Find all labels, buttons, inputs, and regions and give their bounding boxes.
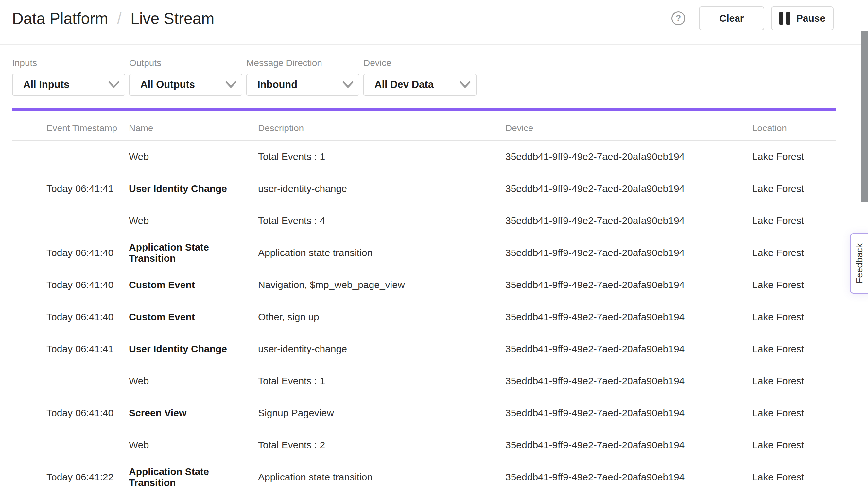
event-location-cell: Lake Forest bbox=[752, 375, 836, 387]
header-actions: ? Clear Pause bbox=[672, 6, 834, 30]
table-header-timestamp: Event Timestamp bbox=[46, 123, 129, 133]
event-description-cell: Total Events : 1 bbox=[258, 375, 505, 387]
expand-cell bbox=[12, 407, 46, 419]
event-name-cell: Web bbox=[129, 439, 258, 451]
outputs-dropdown[interactable]: All Outputs bbox=[129, 73, 242, 96]
event-location-cell: Lake Forest bbox=[752, 343, 836, 355]
event-location-cell: Lake Forest bbox=[752, 247, 836, 259]
event-name-cell: Screen View bbox=[129, 407, 258, 419]
event-description-cell: Total Events : 4 bbox=[258, 215, 505, 226]
filter-inputs: Inputs All Inputs bbox=[12, 58, 125, 96]
pause-icon bbox=[779, 12, 790, 25]
message-direction-dropdown[interactable]: Inbound bbox=[246, 73, 360, 96]
event-description-cell: Application state transition bbox=[258, 472, 505, 483]
event-timestamp-cell: Today 06:41:40 bbox=[46, 247, 129, 259]
event-device-cell: 35eddb41-9ff9-49e2-7aed-20afa90eb194 bbox=[505, 247, 752, 259]
table-row[interactable]: Web Total Events : 1 35eddb41-9ff9-49e2-… bbox=[12, 141, 836, 173]
event-timestamp-cell: Today 06:41:41 bbox=[46, 343, 129, 355]
event-device-cell: 35eddb41-9ff9-49e2-7aed-20afa90eb194 bbox=[505, 183, 752, 194]
table-row[interactable]: Today 06:41:40 Custom Event Other, sign … bbox=[12, 301, 836, 333]
page-title: Live Stream bbox=[130, 9, 214, 28]
event-location-cell: Lake Forest bbox=[752, 439, 836, 451]
help-icon[interactable]: ? bbox=[672, 11, 685, 25]
filter-message-direction-label: Message Direction bbox=[246, 58, 360, 68]
table-header-description: Description bbox=[258, 123, 505, 133]
device-dropdown[interactable]: All Dev Data bbox=[363, 73, 476, 96]
expand-cell bbox=[12, 215, 46, 226]
event-device-cell: 35eddb41-9ff9-49e2-7aed-20afa90eb194 bbox=[505, 311, 752, 323]
device-dropdown-value: All Dev Data bbox=[374, 79, 434, 91]
event-description-cell: Application state transition bbox=[258, 247, 505, 259]
table-row[interactable]: Today 06:41:22 Application State Transit… bbox=[12, 461, 836, 486]
event-location-cell: Lake Forest bbox=[752, 215, 836, 226]
event-device-cell: 35eddb41-9ff9-49e2-7aed-20afa90eb194 bbox=[505, 472, 752, 483]
outputs-dropdown-value: All Outputs bbox=[140, 79, 195, 91]
event-device-cell: 35eddb41-9ff9-49e2-7aed-20afa90eb194 bbox=[505, 279, 752, 291]
event-name-cell: Application State Transition bbox=[129, 466, 258, 486]
pause-button[interactable]: Pause bbox=[771, 6, 834, 30]
event-name-cell: Application State Transition bbox=[129, 242, 258, 264]
expand-cell bbox=[12, 472, 46, 483]
table-header-location: Location bbox=[752, 123, 836, 133]
event-name-cell: Web bbox=[129, 375, 258, 387]
page-header: Data Platform / Live Stream ? Clear Paus… bbox=[0, 0, 861, 45]
event-timestamp-cell: Today 06:41:22 bbox=[46, 472, 129, 483]
event-table: Event Timestamp Name Description Device … bbox=[12, 116, 836, 486]
table-header-name: Name bbox=[129, 123, 258, 133]
expand-cell bbox=[12, 343, 46, 355]
event-description-cell: user-identity-change bbox=[258, 183, 505, 194]
event-name-cell: User Identity Change bbox=[129, 343, 258, 355]
event-device-cell: 35eddb41-9ff9-49e2-7aed-20afa90eb194 bbox=[505, 375, 752, 387]
event-description-cell: Total Events : 2 bbox=[258, 439, 505, 451]
event-location-cell: Lake Forest bbox=[752, 151, 836, 162]
filter-device: Device All Dev Data bbox=[363, 58, 476, 96]
event-timestamp-cell: Today 06:41:41 bbox=[46, 183, 129, 194]
chevron-down-icon bbox=[108, 81, 119, 88]
expand-cell bbox=[12, 151, 46, 162]
expand-cell bbox=[12, 183, 46, 194]
event-device-cell: 35eddb41-9ff9-49e2-7aed-20afa90eb194 bbox=[505, 407, 752, 419]
event-location-cell: Lake Forest bbox=[752, 472, 836, 483]
chevron-down-icon bbox=[342, 81, 353, 88]
event-timestamp-cell: Today 06:41:40 bbox=[46, 407, 129, 419]
breadcrumb-section[interactable]: Data Platform bbox=[12, 9, 108, 28]
event-location-cell: Lake Forest bbox=[752, 183, 836, 194]
event-description-cell: user-identity-change bbox=[258, 343, 505, 355]
clear-button[interactable]: Clear bbox=[699, 6, 764, 30]
event-timestamp-cell: Today 06:41:40 bbox=[46, 311, 129, 323]
event-description-cell: Total Events : 1 bbox=[258, 151, 505, 162]
table-row[interactable]: Web Total Events : 2 35eddb41-9ff9-49e2-… bbox=[12, 429, 836, 461]
event-description-cell: Signup Pageview bbox=[258, 407, 505, 419]
live-stream-page: Data Platform / Live Stream ? Clear Paus… bbox=[0, 0, 868, 486]
event-description-cell: Other, sign up bbox=[258, 311, 505, 323]
event-location-cell: Lake Forest bbox=[752, 279, 836, 291]
table-row[interactable]: Today 06:41:40 Application State Transit… bbox=[12, 237, 836, 269]
message-direction-dropdown-value: Inbound bbox=[257, 79, 297, 91]
vertical-scrollbar-thumb[interactable] bbox=[861, 31, 868, 202]
event-device-cell: 35eddb41-9ff9-49e2-7aed-20afa90eb194 bbox=[505, 343, 752, 355]
event-device-cell: 35eddb41-9ff9-49e2-7aed-20afa90eb194 bbox=[505, 151, 752, 162]
table-row[interactable]: Today 06:41:40 Screen View Signup Pagevi… bbox=[12, 397, 836, 429]
table-row[interactable]: Today 06:41:41 User Identity Change user… bbox=[12, 173, 836, 205]
breadcrumb: Data Platform / Live Stream bbox=[12, 9, 214, 28]
feedback-tab-label: Feedback bbox=[854, 243, 865, 283]
inputs-dropdown[interactable]: All Inputs bbox=[12, 73, 125, 96]
event-device-cell: 35eddb41-9ff9-49e2-7aed-20afa90eb194 bbox=[505, 215, 752, 226]
pause-button-label: Pause bbox=[796, 13, 825, 24]
table-row[interactable]: Web Total Events : 1 35eddb41-9ff9-49e2-… bbox=[12, 365, 836, 397]
event-rows: Web Total Events : 1 35eddb41-9ff9-49e2-… bbox=[12, 141, 836, 486]
chevron-down-icon bbox=[225, 81, 237, 88]
chevron-down-icon bbox=[460, 81, 471, 88]
event-name-cell: Custom Event bbox=[129, 311, 258, 323]
feedback-tab[interactable]: Feedback bbox=[850, 233, 868, 294]
event-name-cell: Custom Event bbox=[129, 279, 258, 291]
expand-cell bbox=[12, 311, 46, 323]
table-row[interactable]: Web Total Events : 4 35eddb41-9ff9-49e2-… bbox=[12, 205, 836, 237]
filter-outputs-label: Outputs bbox=[129, 58, 242, 68]
table-row[interactable]: Today 06:41:40 Custom Event Navigation, … bbox=[12, 269, 836, 301]
filter-device-label: Device bbox=[363, 58, 476, 68]
table-header-row: Event Timestamp Name Description Device … bbox=[12, 116, 836, 141]
table-row[interactable]: Today 06:41:41 User Identity Change user… bbox=[12, 333, 836, 365]
filter-outputs: Outputs All Outputs bbox=[129, 58, 242, 96]
event-description-cell: Navigation, $mp_web_page_view bbox=[258, 279, 505, 291]
